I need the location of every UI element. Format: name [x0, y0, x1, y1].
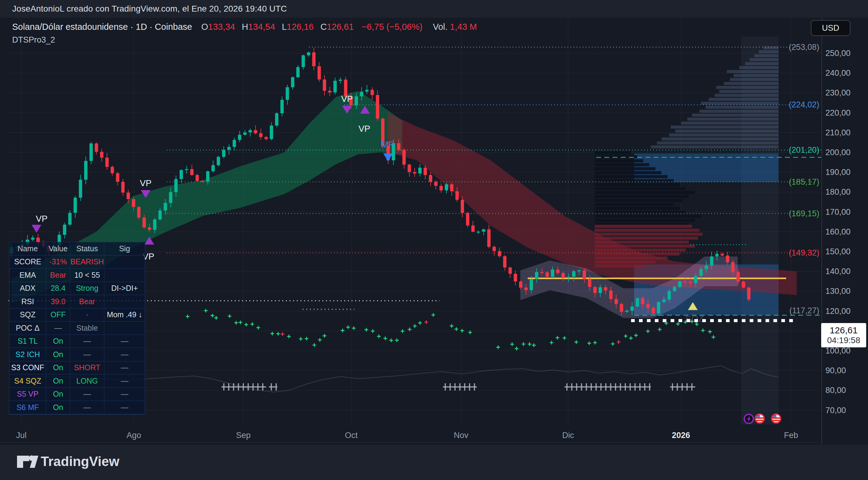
volume-value: 1,43 M	[450, 22, 477, 32]
table-cell: On	[46, 401, 70, 414]
svg-text:(253,08): (253,08)	[788, 42, 819, 52]
table-cell: —	[104, 388, 145, 401]
us-flag-icon	[755, 414, 764, 424]
table-cell: —	[104, 374, 145, 388]
table-cell: SQZ	[9, 308, 46, 322]
volume-label: Vol.	[433, 22, 447, 32]
table-header: Value	[46, 242, 70, 256]
svg-text:Ago: Ago	[126, 431, 141, 440]
table-header: Name	[9, 242, 46, 256]
svg-text:Jul: Jul	[16, 431, 27, 440]
svg-text:230,00: 230,00	[826, 88, 851, 97]
bar-countdown: 04:19:58	[827, 335, 860, 345]
table-cell: On	[46, 348, 70, 361]
sqz-watermark: SQZ	[685, 313, 704, 324]
table-cell: Bear	[46, 269, 70, 282]
time-axis-labels[interactable]: JulAgoSepOctNovDic2026Feb	[16, 431, 798, 440]
table-cell: On	[46, 335, 70, 348]
svg-text:140,00: 140,00	[826, 267, 851, 276]
price-axis[interactable]: 250,00240,00230,00220,00210,00200,00190,…	[826, 49, 851, 415]
ohlc-value: 126,61	[327, 22, 354, 32]
event-bolt-icon	[744, 414, 753, 423]
svg-text:Dic: Dic	[562, 431, 574, 440]
table-cell: OFF	[46, 308, 70, 322]
table-cell: Strong	[70, 282, 104, 295]
table-cell: -31%	[46, 256, 70, 269]
table-cell: 39.0	[46, 295, 70, 308]
table-cell: SCORE	[9, 256, 46, 269]
table-cell: RSI	[9, 295, 46, 308]
table-cell: On	[46, 388, 70, 401]
svg-text:250,00: 250,00	[826, 49, 851, 58]
table-cell: ·	[70, 308, 104, 322]
table-cell: POC Δ	[9, 322, 46, 335]
table-cell: —	[104, 361, 145, 375]
svg-text:210,00: 210,00	[826, 128, 851, 137]
table-cell: EMA	[9, 269, 46, 282]
symbol-info-bar[interactable]: Solana/Dólar estadounidense · 1D · Coinb…	[12, 22, 477, 32]
table-cell	[104, 322, 145, 335]
symbol-title[interactable]: Solana/Dólar estadounidense · 1D · Coinb…	[12, 22, 192, 32]
table-cell: —	[70, 348, 104, 361]
svg-text:(149,32): (149,32)	[788, 248, 819, 257]
table-cell: S3 CONF	[9, 361, 46, 375]
indicator-status-table: NameValueStatusSigSCORE-31%BEARISHEMABea…	[9, 242, 145, 415]
ohlc-value: 134,54	[248, 22, 275, 32]
current-price-badge: 126,61 04:19:58	[821, 323, 866, 348]
svg-text:Sep: Sep	[236, 431, 251, 440]
table-cell: Bear	[70, 295, 104, 308]
svg-text:100,00: 100,00	[826, 346, 851, 355]
svg-text:160,00: 160,00	[826, 227, 851, 236]
table-cell	[104, 269, 145, 282]
economic-event-icons[interactable]	[744, 414, 781, 424]
table-cell: —	[46, 322, 70, 335]
svg-text:(117,27): (117,27)	[789, 306, 819, 315]
ohlc-values: O133,34H134,54L126,16C126,61	[195, 22, 354, 32]
svg-text:Oct: Oct	[345, 431, 358, 440]
current-price: 126,61	[830, 325, 858, 336]
table-cell: —	[104, 348, 145, 361]
tradingview-logo-icon[interactable]	[16, 453, 39, 470]
ohlc-value: 126,16	[287, 22, 314, 32]
svg-text:(169,15): (169,15)	[788, 209, 819, 218]
svg-text:80,00: 80,00	[826, 386, 846, 395]
table-cell: S2 ICH	[9, 348, 46, 361]
svg-text:180,00: 180,00	[826, 187, 851, 197]
table-cell: —	[70, 388, 104, 401]
chart-area: SQZVPVPVPVPVPMF250,00240,00230,00220,002…	[0, 18, 868, 445]
table-cell: Mom .49 ↓	[104, 308, 145, 322]
table-cell: —	[104, 401, 145, 414]
svg-text:200,00: 200,00	[826, 148, 851, 157]
table-cell: On	[46, 361, 70, 375]
table-cell: 28.4	[46, 282, 70, 295]
tradingview-logo-text[interactable]: TradingView	[41, 454, 119, 469]
svg-text:MF: MF	[381, 140, 394, 149]
table-cell: —	[70, 401, 104, 414]
indicator-name[interactable]: DTSPro3_2	[12, 35, 55, 45]
svg-text:VP: VP	[140, 178, 152, 188]
table-cell: ADX	[9, 282, 46, 295]
table-cell: DI->DI+	[104, 282, 145, 295]
currency-usd-button[interactable]: USD	[811, 20, 850, 36]
us-flag-icon	[772, 414, 781, 424]
table-cell: LONG	[70, 374, 104, 388]
svg-text:VP: VP	[341, 94, 353, 104]
svg-text:VP: VP	[359, 124, 370, 133]
attribution-text: JoseAntonioL creado con TradingView.com,…	[12, 4, 287, 14]
table-cell	[104, 295, 145, 308]
svg-text:150,00: 150,00	[826, 247, 851, 256]
svg-text:(185,17): (185,17)	[788, 177, 819, 186]
table-header: Sig	[104, 242, 145, 256]
table-cell: S1 TL	[9, 335, 46, 348]
svg-text:130,00: 130,00	[826, 287, 851, 296]
ohlc-key: O	[202, 22, 208, 32]
table-cell: —	[104, 335, 145, 348]
svg-text:240,00: 240,00	[826, 68, 851, 78]
ohlc-key: L	[282, 22, 287, 32]
svg-text:(224,02): (224,02)	[788, 100, 819, 109]
table-cell: S6 MF	[9, 401, 46, 414]
table-cell: —	[70, 335, 104, 348]
svg-text:220,00: 220,00	[826, 108, 851, 117]
svg-text:90,00: 90,00	[826, 366, 846, 375]
svg-text:70,00: 70,00	[826, 406, 846, 415]
